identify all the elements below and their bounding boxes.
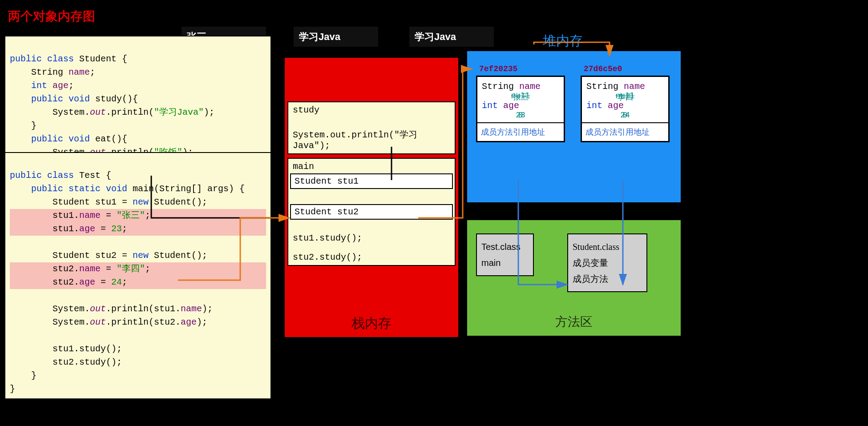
console-output-3: 学习Java — [409, 27, 494, 47]
field-new: 李四 — [586, 92, 664, 102]
call-stu2-study: stu2.study(); — [293, 252, 450, 262]
field-new: 张三 — [482, 92, 559, 102]
heap-label: 堆内存 — [543, 32, 806, 50]
call-stu1-study: stu1.study(); — [293, 233, 450, 243]
object-address: 7ef20235 — [479, 64, 517, 73]
diagram-title: 两个对象内存图 — [8, 8, 95, 25]
main-frame: main Student stu1 Student stu2 stu1.stud… — [287, 158, 456, 266]
study-frame: study System.out.println("学习Java"); — [287, 101, 456, 154]
stack-label: 栈内存 — [285, 314, 458, 333]
object-address: 27d6c5e0 — [584, 64, 622, 73]
heap-object-1: 7ef20235 String name null张三 int age 023 … — [476, 76, 565, 142]
student-class-box: Student.class 成员变量 成员方法 — [567, 233, 647, 292]
heap-object-2: 27d6c5e0 String name null李四 int age 024 … — [581, 76, 670, 142]
frame-name: study — [293, 105, 450, 115]
class-name: Student.class — [573, 239, 642, 255]
field-type: String — [482, 81, 514, 92]
method-area-label: 方法区 — [467, 313, 681, 330]
class-member-methods: 成员方法 — [573, 271, 642, 287]
var-stu1: Student stu1 — [290, 173, 453, 189]
class-member: main — [481, 255, 529, 271]
class-member-vars: 成员变量 — [573, 255, 642, 271]
heap-memory: 7ef20235 String name null张三 int age 023 … — [467, 51, 681, 202]
stack-memory: study System.out.println("学习Java"); main… — [285, 58, 458, 337]
console-output-2: 学习Java — [294, 27, 378, 47]
field-name: name — [519, 81, 541, 92]
test-class-code: public class Test { public static void m… — [4, 152, 271, 399]
test-class-box: Test.class main — [476, 233, 534, 276]
frame-name: main — [293, 161, 450, 172]
method-area: Test.class main Student.class 成员变量 成员方法 … — [467, 220, 681, 336]
field-name: name — [624, 81, 645, 92]
var-stu2: Student stu2 — [290, 204, 453, 220]
field-new: 24 — [586, 111, 664, 120]
method-ref: 成员方法引用地址 — [477, 122, 564, 141]
class-name: Test.class — [481, 239, 529, 255]
field-new: 23 — [482, 111, 559, 120]
method-ref: 成员方法引用地址 — [582, 122, 668, 141]
field-type: String — [586, 81, 618, 92]
